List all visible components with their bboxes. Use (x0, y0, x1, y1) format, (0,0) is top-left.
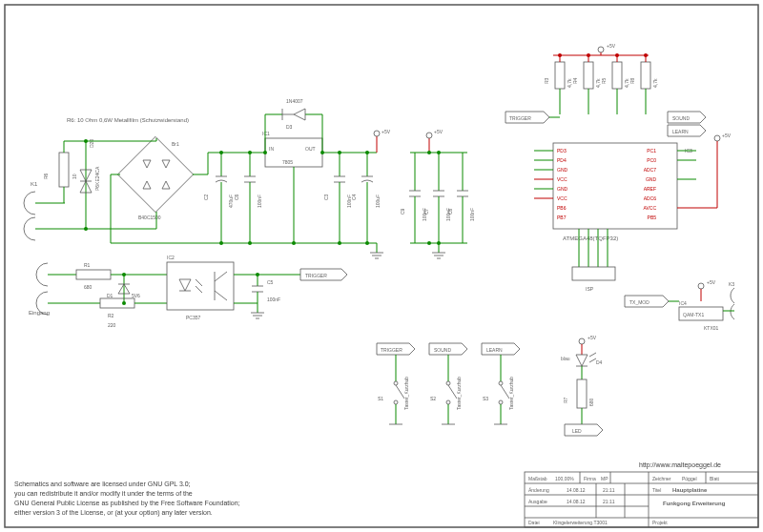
svg-point-90 (426, 133, 432, 138)
svg-text:100nF: 100nF (257, 194, 262, 208)
svg-point-190 (644, 53, 648, 57)
svg-text:IC4: IC4 (679, 300, 687, 306)
resistor-r8: R8 4,7k (629, 55, 658, 114)
svg-text:R8: R8 (629, 77, 635, 84)
svg-text:B40C1500: B40C1500 (138, 215, 161, 220)
net-tag-trigger-mcu: TRIGGER (505, 112, 560, 123)
svg-marker-17 (143, 160, 151, 168)
svg-text:K3: K3 (729, 281, 734, 287)
resistor-r6: R6 10 (43, 141, 77, 203)
svg-marker-59 (294, 109, 305, 120)
cap-c6: C6 100nF (234, 153, 262, 243)
gnd-symbol-psu (370, 243, 383, 258)
svg-text:C6: C6 (234, 194, 239, 200)
svg-rect-48 (265, 138, 322, 167)
svg-text:R2: R2 (108, 313, 114, 318)
title-block: Maßstab 100,00% Firma MP Zeichner Pöggel… (525, 472, 758, 527)
svg-point-267 (579, 338, 585, 344)
resistor-r2: R2 220 (100, 298, 134, 328)
svg-point-80 (338, 241, 341, 245)
svg-text:+5V: +5V (588, 335, 597, 340)
diode-d1: D1 5V6 (107, 273, 140, 305)
mcu-block: +5V R3 4,7k R4 4,7k R5 4,7k (505, 43, 732, 292)
power-arrow-mcu: +5V (714, 133, 732, 153)
svg-text:TRIGGER: TRIGGER (305, 273, 327, 278)
svg-text:680: 680 (588, 398, 594, 406)
resistor-r4: R4 4,7k (572, 55, 601, 114)
svg-text:GND: GND (557, 167, 568, 173)
svg-point-15 (84, 227, 88, 231)
svg-text:Klingelerweiterung.T3001: Klingelerweiterung.T3001 (553, 520, 608, 525)
power-supply-block: K1 R6 10 D20 P6KE24CA (24, 98, 391, 258)
svg-line-143 (196, 279, 202, 286)
cap-c8: C8 100nF (447, 153, 475, 243)
cap-c7: C7 100nF (423, 153, 451, 243)
svg-text:100nF: 100nF (267, 297, 280, 302)
svg-line-273 (589, 358, 596, 362)
svg-point-260 (499, 381, 503, 385)
svg-text:R3: R3 (544, 77, 549, 84)
svg-text:SOUND: SOUND (672, 115, 690, 121)
svg-point-54 (292, 241, 296, 245)
net-tag-sound-mcu: SOUND (668, 112, 706, 123)
svg-text:IN: IN (269, 146, 274, 152)
resistor-r5: R5 4,7k (601, 55, 629, 114)
svg-text:ADC7: ADC7 (644, 167, 657, 173)
svg-line-144 (196, 286, 202, 293)
svg-text:SOUND: SOUND (434, 347, 451, 353)
cap-c3: C3 100nF (323, 153, 352, 243)
svg-line-147 (215, 291, 227, 300)
svg-text:VCC: VCC (557, 176, 567, 182)
svg-point-187 (558, 53, 562, 57)
resistor-r3: R3 4,7k (544, 55, 572, 114)
svg-text:either version 3 of the Licens: either version 3 of the License, or (at … (14, 509, 213, 517)
svg-text:C4: C4 (351, 194, 357, 200)
svg-text:Schematics and software are li: Schematics and software are licensed und… (14, 481, 191, 487)
svg-text:TRIGGER: TRIGGER (381, 347, 402, 353)
svg-text:Titel: Titel (652, 487, 661, 493)
mcu-ic3: IC3 ATMEGA48(TQFP32) PD3 PD4 GND VCC GND… (534, 143, 717, 241)
svg-point-114 (427, 241, 431, 245)
svg-text:100,00%: 100,00% (555, 476, 574, 481)
pullup-row: +5V R3 4,7k R4 4,7k R5 4,7k (544, 43, 658, 114)
svg-text:PB7: PB7 (557, 215, 567, 220)
svg-text:7805: 7805 (282, 159, 293, 165)
svg-marker-19 (143, 181, 151, 189)
page-url: http://www.maltepoeggel.de (639, 461, 721, 469)
svg-text:100uF: 100uF (375, 194, 381, 208)
svg-point-14 (84, 139, 88, 143)
svg-point-240 (394, 381, 398, 385)
schematic-canvas: K1 R6 10 D20 P6KE24CA (0, 0, 763, 532)
svg-text:Taster_Kurzhub: Taster_Kurzhub (456, 377, 462, 410)
button-s2: SOUND S2 Taster_Kurzhub (429, 343, 467, 424)
svg-text:blau: blau (561, 356, 570, 361)
svg-text:14.08.12: 14.08.12 (567, 487, 586, 493)
svg-rect-122 (76, 270, 111, 279)
diode-d20: D20 P6KE24CA (80, 139, 100, 229)
license-text: Schematics and software are licensed und… (14, 481, 240, 517)
svg-text:PD3: PD3 (557, 148, 567, 153)
cap-c5: C5 100nF (252, 273, 280, 303)
svg-line-272 (589, 353, 596, 357)
svg-point-83 (374, 131, 380, 136)
svg-point-156 (256, 273, 259, 276)
svg-text:Blatt: Blatt (710, 476, 720, 481)
svg-marker-18 (162, 160, 170, 168)
svg-point-164 (598, 47, 604, 52)
regulator-ic1: IN OUT IC1 7805 (262, 131, 322, 245)
svg-text:AVCC: AVCC (643, 205, 656, 211)
svg-marker-141 (179, 279, 191, 291)
svg-point-262 (499, 400, 503, 404)
svg-text:LEARN: LEARN (672, 129, 689, 134)
svg-point-132 (122, 301, 126, 305)
svg-point-44 (219, 151, 223, 154)
svg-rect-182 (641, 62, 650, 89)
svg-text:C8: C8 (447, 208, 453, 215)
svg-text:Datei: Datei (528, 520, 540, 525)
svg-text:100nF: 100nF (469, 208, 475, 221)
cap-c9: C9 100nF (400, 153, 427, 243)
svg-rect-201 (553, 143, 677, 229)
svg-text:+5V: +5V (607, 43, 616, 49)
svg-text:Zeichner: Zeichner (652, 476, 671, 481)
svg-point-189 (615, 53, 619, 57)
